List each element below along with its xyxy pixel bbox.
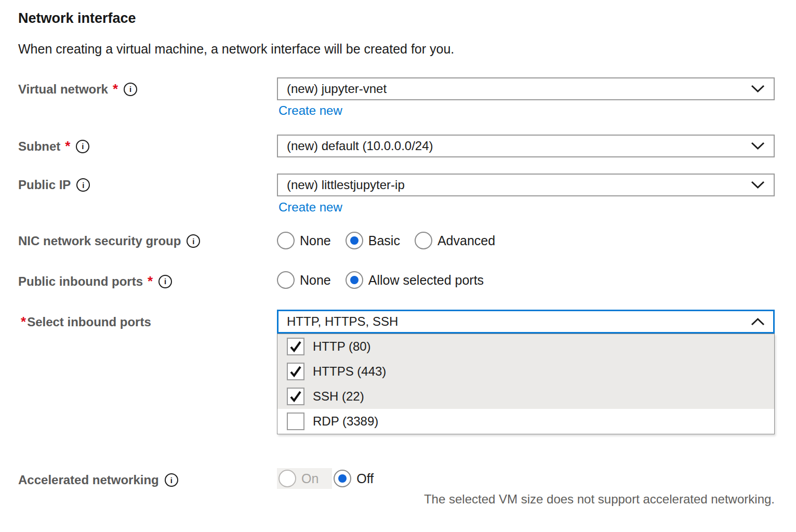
info-icon[interactable]: i: [124, 83, 137, 96]
public-ip-label: Public IP i: [18, 178, 90, 192]
accelerated-networking-label: Accelerated networking i: [18, 473, 178, 487]
info-icon[interactable]: i: [187, 234, 200, 248]
required-asterisk: *: [113, 81, 118, 97]
public-inbound-ports-option-none[interactable]: None: [277, 271, 331, 289]
accelerated-option-off[interactable]: Off: [334, 470, 374, 487]
nic-nsg-option-none[interactable]: None: [277, 232, 331, 249]
checkbox-icon[interactable]: [287, 388, 304, 405]
radio-icon[interactable]: [277, 232, 295, 249]
required-asterisk: *: [65, 138, 70, 154]
checkbox-icon[interactable]: [287, 363, 304, 380]
public-inbound-ports-radio-group: None Allow selected ports: [277, 271, 498, 289]
nic-nsg-radio-group: None Basic Advanced: [277, 232, 510, 249]
page-description: When creating a virtual machine, a netwo…: [18, 42, 454, 57]
radio-icon[interactable]: [346, 271, 363, 289]
subnet-label: Subnet * i: [18, 138, 89, 154]
subnet-value: (new) default (10.0.0.0/24): [287, 139, 433, 153]
virtual-network-dropdown[interactable]: (new) jupyter-vnet: [277, 77, 775, 100]
virtual-network-value: (new) jupyter-vnet: [287, 82, 387, 96]
radio-icon[interactable]: [277, 271, 295, 289]
public-inbound-ports-option-allow[interactable]: Allow selected ports: [346, 271, 484, 289]
accelerated-networking-radio-group: On Off: [277, 468, 388, 489]
select-inbound-ports-value: HTTP, HTTPS, SSH: [287, 314, 398, 329]
virtual-network-create-new-link[interactable]: Create new: [278, 103, 342, 118]
chevron-down-icon: [751, 139, 765, 153]
nic-nsg-option-basic[interactable]: Basic: [346, 232, 400, 249]
info-icon[interactable]: i: [76, 178, 90, 192]
page-title: Network interface: [18, 10, 136, 26]
radio-icon[interactable]: [346, 232, 363, 249]
chevron-down-icon: [751, 178, 765, 192]
public-inbound-ports-label: Public inbound ports * i: [18, 273, 172, 289]
chevron-down-icon: [751, 82, 765, 96]
radio-icon[interactable]: [415, 232, 432, 249]
chevron-up-icon: [751, 314, 765, 329]
checkbox-icon[interactable]: [287, 413, 304, 430]
public-ip-create-new-link[interactable]: Create new: [278, 200, 342, 215]
accelerated-networking-note: The selected VM size does not support ac…: [424, 492, 775, 507]
subnet-dropdown[interactable]: (new) default (10.0.0.0/24): [277, 135, 775, 157]
checkbox-icon[interactable]: [287, 338, 304, 355]
accelerated-option-on: On: [278, 470, 319, 487]
select-inbound-ports-label: * Select inbound ports: [21, 314, 151, 330]
public-ip-value: (new) littlestjupyter-ip: [287, 178, 405, 192]
required-asterisk: *: [148, 273, 153, 289]
nic-nsg-option-advanced[interactable]: Advanced: [415, 232, 495, 249]
list-item-rdp[interactable]: RDP (3389): [277, 409, 774, 434]
public-ip-dropdown[interactable]: (new) littlestjupyter-ip: [277, 174, 775, 196]
radio-icon: [278, 470, 296, 487]
info-icon[interactable]: i: [76, 140, 89, 153]
list-item-ssh[interactable]: SSH (22): [277, 384, 774, 409]
list-item-http[interactable]: HTTP (80): [277, 334, 774, 359]
nic-nsg-label: NIC network security group i: [18, 234, 200, 248]
virtual-network-label: Virtual network * i: [18, 81, 137, 97]
required-asterisk: *: [21, 314, 26, 330]
select-inbound-ports-listbox: HTTP (80) HTTPS (443) SSH (22) RDP (3389…: [277, 334, 775, 434]
info-icon[interactable]: i: [165, 473, 178, 487]
select-inbound-ports-combobox[interactable]: HTTP, HTTPS, SSH: [277, 310, 775, 334]
accelerated-on-wrapper: On: [277, 468, 332, 489]
list-item-https[interactable]: HTTPS (443): [277, 359, 774, 384]
info-icon[interactable]: i: [158, 275, 172, 288]
radio-icon[interactable]: [334, 470, 351, 487]
